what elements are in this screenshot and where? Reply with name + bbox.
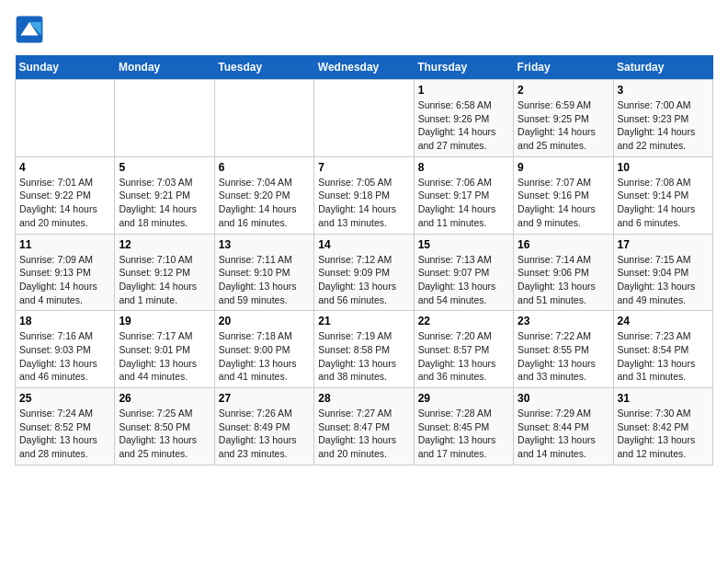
day-number: 8 [418,161,509,174]
calendar-cell: 1Sunrise: 6:58 AMSunset: 9:26 PMDaylight… [414,80,513,157]
calendar-cell: 25Sunrise: 7:24 AMSunset: 8:52 PMDayligh… [16,388,115,465]
day-info: Sunrise: 7:14 AMSunset: 9:06 PMDaylight:… [518,253,609,307]
calendar-cell: 21Sunrise: 7:19 AMSunset: 8:58 PMDayligh… [314,311,414,388]
calendar-cell: 17Sunrise: 7:15 AMSunset: 9:04 PMDayligh… [613,234,712,311]
header-thursday: Thursday [414,55,513,80]
day-number: 29 [418,392,509,405]
day-info: Sunrise: 7:23 AMSunset: 8:54 PMDaylight:… [618,329,709,384]
day-number: 17 [618,238,709,251]
day-number: 14 [318,238,409,251]
calendar-cell: 16Sunrise: 7:14 AMSunset: 9:06 PMDayligh… [514,234,613,311]
day-info: Sunrise: 7:07 AMSunset: 9:16 PMDaylight:… [518,176,609,230]
day-number: 19 [119,315,210,327]
calendar-cell: 5Sunrise: 7:03 AMSunset: 9:21 PMDaylight… [115,156,214,234]
day-number: 26 [119,392,210,405]
day-number: 1 [418,84,509,97]
calendar-cell: 30Sunrise: 7:29 AMSunset: 8:44 PMDayligh… [514,388,613,465]
day-number: 30 [518,392,609,405]
calendar-cell: 11Sunrise: 7:09 AMSunset: 9:13 PMDayligh… [16,234,115,311]
day-info: Sunrise: 7:27 AMSunset: 8:47 PMDaylight:… [318,407,409,461]
day-number: 22 [418,315,509,327]
day-number: 9 [518,161,609,174]
calendar-cell: 2Sunrise: 6:59 AMSunset: 9:25 PMDaylight… [514,80,613,157]
calendar-cell: 19Sunrise: 7:17 AMSunset: 9:01 PMDayligh… [115,311,214,388]
day-info: Sunrise: 7:18 AMSunset: 9:00 PMDaylight:… [219,329,310,384]
day-info: Sunrise: 7:05 AMSunset: 9:18 PMDaylight:… [318,176,409,230]
day-info: Sunrise: 6:58 AMSunset: 9:26 PMDaylight:… [418,98,509,153]
day-info: Sunrise: 7:22 AMSunset: 8:55 PMDaylight:… [518,329,609,384]
calendar-week-2: 4Sunrise: 7:01 AMSunset: 9:22 PMDaylight… [16,156,713,234]
day-info: Sunrise: 6:59 AMSunset: 9:25 PMDaylight:… [518,98,609,153]
calendar-cell: 18Sunrise: 7:16 AMSunset: 9:03 PMDayligh… [16,311,115,388]
day-number: 23 [518,315,609,327]
day-number: 16 [518,238,609,251]
day-info: Sunrise: 7:08 AMSunset: 9:14 PMDaylight:… [618,176,709,230]
day-info: Sunrise: 7:25 AMSunset: 8:50 PMDaylight:… [119,407,210,461]
calendar-cell: 6Sunrise: 7:04 AMSunset: 9:20 PMDaylight… [214,156,313,234]
day-number: 24 [618,315,709,327]
calendar-cell: 23Sunrise: 7:22 AMSunset: 8:55 PMDayligh… [514,311,613,388]
calendar-header: SundayMondayTuesdayWednesdayThursdayFrid… [16,55,713,80]
day-number: 7 [318,161,409,174]
calendar-cell: 14Sunrise: 7:12 AMSunset: 9:09 PMDayligh… [314,234,414,311]
logo [15,15,48,44]
day-number: 28 [318,392,409,405]
calendar-cell: 3Sunrise: 7:00 AMSunset: 9:23 PMDaylight… [613,80,712,157]
calendar-body: 1Sunrise: 6:58 AMSunset: 9:26 PMDaylight… [16,80,713,465]
calendar-cell: 8Sunrise: 7:06 AMSunset: 9:17 PMDaylight… [414,156,513,234]
day-number: 25 [19,392,110,405]
calendar-cell [115,80,214,157]
day-info: Sunrise: 7:13 AMSunset: 9:07 PMDaylight:… [418,253,509,307]
day-info: Sunrise: 7:19 AMSunset: 8:58 PMDaylight:… [318,329,409,384]
header-friday: Friday [514,55,613,80]
day-number: 6 [219,161,310,174]
header-row: SundayMondayTuesdayWednesdayThursdayFrid… [16,55,713,80]
calendar-cell [314,80,414,157]
day-info: Sunrise: 7:16 AMSunset: 9:03 PMDaylight:… [19,329,110,384]
calendar-week-4: 18Sunrise: 7:16 AMSunset: 9:03 PMDayligh… [16,311,713,388]
day-number: 12 [119,238,210,251]
calendar-week-3: 11Sunrise: 7:09 AMSunset: 9:13 PMDayligh… [16,234,713,311]
day-info: Sunrise: 7:20 AMSunset: 8:57 PMDaylight:… [418,329,509,384]
day-info: Sunrise: 7:01 AMSunset: 9:22 PMDaylight:… [19,176,110,230]
header-tuesday: Tuesday [214,55,313,80]
header-monday: Monday [115,55,214,80]
day-info: Sunrise: 7:28 AMSunset: 8:45 PMDaylight:… [418,407,509,461]
day-number: 31 [618,392,709,405]
day-number: 27 [219,392,310,405]
day-info: Sunrise: 7:15 AMSunset: 9:04 PMDaylight:… [618,253,709,307]
day-number: 10 [618,161,709,174]
day-info: Sunrise: 7:09 AMSunset: 9:13 PMDaylight:… [19,253,110,307]
calendar-week-5: 25Sunrise: 7:24 AMSunset: 8:52 PMDayligh… [16,388,713,465]
header-wednesday: Wednesday [314,55,414,80]
day-number: 11 [19,238,110,251]
day-number: 4 [19,161,110,174]
day-number: 13 [219,238,310,251]
day-info: Sunrise: 7:10 AMSunset: 9:12 PMDaylight:… [119,253,210,307]
day-number: 21 [318,315,409,327]
day-number: 15 [418,238,509,251]
day-number: 18 [19,315,110,327]
calendar-cell: 24Sunrise: 7:23 AMSunset: 8:54 PMDayligh… [613,311,712,388]
header-sunday: Sunday [16,55,115,80]
day-number: 2 [518,84,609,97]
calendar-cell: 12Sunrise: 7:10 AMSunset: 9:12 PMDayligh… [115,234,214,311]
calendar-cell: 29Sunrise: 7:28 AMSunset: 8:45 PMDayligh… [414,388,513,465]
day-info: Sunrise: 7:12 AMSunset: 9:09 PMDaylight:… [318,253,409,307]
day-info: Sunrise: 7:04 AMSunset: 9:20 PMDaylight:… [219,176,310,230]
calendar-cell: 27Sunrise: 7:26 AMSunset: 8:49 PMDayligh… [214,388,313,465]
calendar-cell: 4Sunrise: 7:01 AMSunset: 9:22 PMDaylight… [16,156,115,234]
calendar-cell: 26Sunrise: 7:25 AMSunset: 8:50 PMDayligh… [115,388,214,465]
day-info: Sunrise: 7:11 AMSunset: 9:10 PMDaylight:… [219,253,310,307]
calendar-cell: 13Sunrise: 7:11 AMSunset: 9:10 PMDayligh… [214,234,313,311]
calendar-cell: 9Sunrise: 7:07 AMSunset: 9:16 PMDaylight… [514,156,613,234]
page-header [15,15,713,44]
logo-icon [15,15,44,44]
calendar-cell [16,80,115,157]
day-info: Sunrise: 7:24 AMSunset: 8:52 PMDaylight:… [19,407,110,461]
day-info: Sunrise: 7:06 AMSunset: 9:17 PMDaylight:… [418,176,509,230]
calendar-cell: 15Sunrise: 7:13 AMSunset: 9:07 PMDayligh… [414,234,513,311]
day-info: Sunrise: 7:17 AMSunset: 9:01 PMDaylight:… [119,329,210,384]
day-number: 5 [119,161,210,174]
calendar-cell: 22Sunrise: 7:20 AMSunset: 8:57 PMDayligh… [414,311,513,388]
